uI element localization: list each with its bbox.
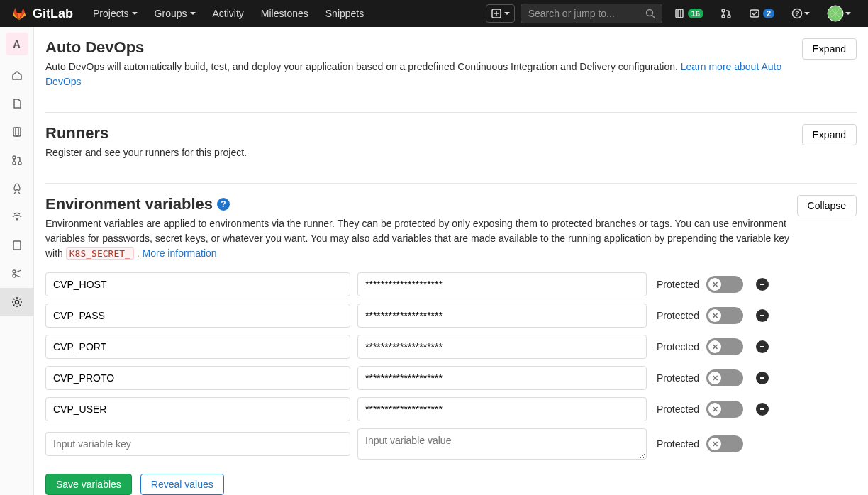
var-value-input[interactable] [357, 397, 647, 421]
env-vars-title-text: Environment variables [45, 195, 213, 213]
new-dropdown-button[interactable] [486, 4, 515, 23]
protected-toggle[interactable]: ✕ [706, 276, 743, 293]
sidebar-operations[interactable] [0, 203, 34, 231]
remove-var-button[interactable] [756, 340, 769, 353]
collapse-button-env-vars[interactable]: Collapse [797, 195, 857, 216]
nav-milestones-label: Milestones [261, 8, 308, 19]
var-key-input[interactable] [45, 397, 350, 421]
svg-point-21 [15, 301, 18, 304]
chevron-down-icon [132, 12, 138, 15]
svg-point-19 [13, 270, 16, 273]
section-desc-runners: Register and see your runners for this p… [45, 145, 247, 160]
env-var-row: Protected✕ [45, 335, 857, 359]
sidebar-settings[interactable] [0, 288, 34, 316]
var-protected-label: Protected [657, 279, 699, 290]
var-value-input[interactable] [357, 366, 647, 390]
nav-snippets-label: Snippets [326, 8, 364, 19]
global-search[interactable] [521, 4, 662, 23]
minus-icon [759, 343, 766, 350]
var-key-input[interactable] [45, 335, 350, 359]
project-avatar[interactable]: A [6, 33, 28, 55]
remove-var-button[interactable] [756, 403, 769, 416]
var-value-input[interactable] [357, 335, 647, 359]
nav-projects-label: Projects [93, 8, 129, 19]
issue-icon [674, 8, 685, 19]
protected-toggle[interactable]: ✕ [706, 401, 743, 418]
nav-projects[interactable]: Projects [84, 2, 146, 25]
var-key-input[interactable] [45, 304, 350, 328]
save-variables-button[interactable]: Save variables [45, 474, 132, 495]
sidebar-issues[interactable] [0, 118, 34, 146]
env-var-new-row: Protected ✕ [45, 428, 857, 460]
chevron-down-icon [804, 12, 810, 15]
svg-point-17 [16, 218, 18, 221]
todos-button[interactable]: 2 [743, 4, 780, 23]
chevron-down-icon [845, 12, 851, 15]
var-key-input[interactable] [45, 366, 350, 390]
left-sidebar: A [0, 27, 34, 495]
new-var-key-input[interactable] [45, 432, 350, 456]
new-var-value-input[interactable] [357, 428, 647, 460]
protected-toggle[interactable]: ✕ [706, 307, 743, 324]
more-info-link[interactable]: More information [143, 248, 217, 259]
svg-point-1 [646, 10, 652, 16]
sidebar-cicd[interactable] [0, 174, 34, 203]
brand-logo[interactable]: GitLab [11, 6, 73, 21]
merge-request-icon [11, 155, 23, 166]
protected-toggle[interactable]: ✕ [706, 338, 743, 355]
user-menu[interactable] [821, 1, 857, 26]
help-circle-icon[interactable]: ? [217, 198, 230, 211]
sidebar-wiki[interactable] [0, 231, 34, 260]
nav-activity-label: Activity [213, 8, 244, 19]
protected-toggle[interactable]: ✕ [706, 369, 743, 386]
remove-var-button[interactable] [756, 372, 769, 384]
var-key-input[interactable] [45, 272, 350, 296]
main-content: Auto DevOps Auto DevOps will automatical… [34, 27, 868, 495]
chevron-down-icon [190, 12, 196, 15]
nav-milestones[interactable]: Milestones [252, 2, 317, 25]
nav-snippets[interactable]: Snippets [317, 2, 372, 25]
merge-requests-button[interactable] [715, 4, 738, 23]
protected-toggle-new[interactable]: ✕ [706, 435, 743, 452]
sidebar-merge-requests[interactable] [0, 146, 34, 174]
issues-badge: 16 [688, 9, 703, 18]
nav-activity[interactable]: Activity [204, 2, 252, 25]
minus-icon [759, 406, 766, 413]
var-protected-label: Protected [657, 310, 699, 321]
sidebar-overview[interactable] [0, 61, 34, 89]
remove-var-button[interactable] [756, 309, 769, 322]
autodevops-desc-text: Auto DevOps will automatically build, te… [45, 61, 681, 72]
gitlab-icon [11, 6, 27, 21]
remove-var-button[interactable] [756, 278, 769, 291]
svg-point-20 [13, 274, 16, 277]
help-icon: ? [791, 8, 803, 19]
svg-rect-18 [13, 241, 21, 250]
env-var-rows: Protected✕Protected✕Protected✕Protected✕… [45, 272, 857, 421]
sidebar-repository[interactable] [0, 89, 34, 118]
k8s-secret-code: K8S_SECRET_ [66, 248, 134, 260]
issue-icon [11, 126, 23, 138]
sidebar-snippets[interactable] [0, 260, 34, 288]
expand-button-autodevops[interactable]: Expand [802, 38, 857, 60]
reveal-values-button[interactable]: Reveal values [140, 474, 224, 495]
env-var-actions: Save variables Reveal values [45, 474, 857, 495]
var-protected-label: Protected [657, 372, 699, 384]
section-desc-auto-devops: Auto DevOps will automatically build, te… [45, 60, 802, 89]
env-var-row: Protected✕ [45, 272, 857, 296]
svg-point-6 [728, 15, 730, 18]
rocket-icon [11, 183, 23, 194]
var-value-input[interactable] [357, 304, 647, 328]
var-value-input[interactable] [357, 272, 647, 296]
home-icon [11, 69, 23, 81]
section-title-auto-devops: Auto DevOps [45, 38, 802, 57]
issues-button[interactable]: 16 [668, 4, 709, 23]
search-icon [645, 8, 656, 19]
help-button[interactable]: ? [786, 4, 816, 23]
search-input[interactable] [528, 8, 655, 19]
expand-button-runners[interactable]: Expand [802, 124, 857, 145]
section-desc-env-vars: Environment variables are applied to env… [45, 216, 797, 261]
plus-icon [491, 8, 502, 19]
chevron-down-icon [504, 12, 510, 15]
scissors-icon [11, 268, 23, 279]
nav-groups[interactable]: Groups [146, 2, 204, 25]
